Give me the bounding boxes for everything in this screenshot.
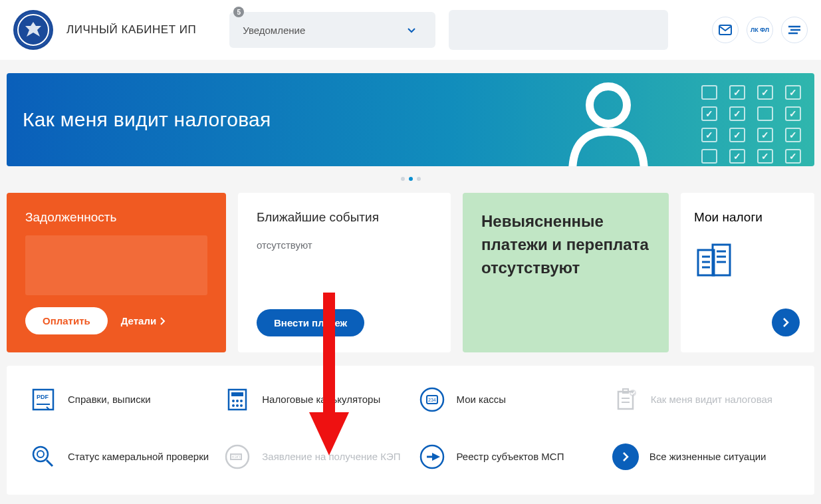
kassy-icon: 234 bbox=[418, 386, 446, 414]
eagle-icon bbox=[23, 19, 44, 41]
check-on-icon bbox=[757, 149, 773, 164]
svg-rect-17 bbox=[231, 392, 243, 396]
howtax-icon bbox=[612, 386, 640, 414]
action-label: Мои кассы bbox=[457, 393, 507, 406]
certificates-icon: PDF bbox=[29, 386, 57, 414]
events-title: Ближайшие события bbox=[257, 210, 432, 225]
check-on-icon bbox=[729, 85, 745, 100]
debt-details-link[interactable]: Детали bbox=[121, 315, 166, 326]
pay-button[interactable]: Оплатить bbox=[25, 307, 108, 334]
events-subtitle: отсутствуют bbox=[257, 239, 432, 251]
notification-badge: 5 bbox=[233, 7, 244, 17]
app-title: ЛИЧНЫЙ КАБИНЕТ ИП bbox=[66, 23, 196, 37]
debt-card: Задолженность Оплатить Детали bbox=[7, 193, 226, 352]
menu-icon bbox=[788, 25, 800, 35]
my-taxes-card: Мои налоги bbox=[681, 193, 814, 352]
lk-fl-button[interactable]: ЛК ФЛ bbox=[747, 17, 773, 43]
documents-icon bbox=[694, 242, 801, 282]
action-all[interactable]: Все жизненные ситуации bbox=[612, 443, 792, 471]
check-on-icon bbox=[729, 149, 745, 164]
svg-point-18 bbox=[232, 400, 235, 402]
banner-title: Как меня видит налоговая bbox=[23, 108, 271, 131]
action-label: Налоговые калькуляторы bbox=[262, 393, 380, 406]
person-icon bbox=[562, 80, 655, 166]
upcoming-events-card: Ближайшие события отсутствуют Внести пла… bbox=[238, 193, 451, 352]
check-on-icon bbox=[757, 128, 773, 142]
notifications-dropdown[interactable]: 5 Уведомление bbox=[229, 12, 435, 48]
actions-grid: PDFСправки, выпискиНалоговые калькулятор… bbox=[7, 366, 814, 495]
svg-point-4 bbox=[590, 86, 627, 124]
all-icon bbox=[612, 443, 639, 470]
kep-icon: КЭП bbox=[223, 443, 251, 471]
action-kep: КЭПЗаявление на получение КЭП bbox=[223, 443, 403, 471]
svg-point-21 bbox=[232, 404, 235, 407]
header-bar: ЛИЧНЫЙ КАБИНЕТ ИП 5 Уведомление ЛК ФЛ bbox=[0, 0, 821, 60]
menu-button[interactable] bbox=[781, 17, 808, 43]
chevron-down-icon bbox=[408, 24, 415, 36]
action-msp[interactable]: Реестр субъектов МСП bbox=[418, 443, 598, 471]
chevron-right-icon bbox=[781, 318, 790, 327]
check-on-icon bbox=[701, 128, 717, 142]
svg-text:234: 234 bbox=[428, 398, 436, 402]
msp-icon bbox=[418, 443, 446, 471]
action-label: Справки, выписки bbox=[68, 393, 151, 406]
svg-point-32 bbox=[33, 447, 48, 461]
taxes-title: Мои налоги bbox=[694, 210, 801, 225]
action-label: Заявление на получение КЭП bbox=[262, 450, 400, 463]
action-label: Реестр субъектов МСП bbox=[457, 450, 564, 463]
notification-label: Уведомление bbox=[243, 25, 305, 36]
svg-line-34 bbox=[47, 460, 53, 466]
make-payment-button[interactable]: Внести платеж bbox=[257, 309, 364, 336]
action-certificates[interactable]: PDFСправки, выписки bbox=[29, 386, 209, 414]
cameral-icon bbox=[29, 443, 57, 471]
svg-point-19 bbox=[236, 400, 239, 402]
check-on-icon bbox=[785, 85, 801, 100]
svg-text:КЭП: КЭП bbox=[232, 455, 240, 459]
check-on-icon bbox=[785, 106, 801, 121]
chevron-right-icon bbox=[160, 317, 166, 325]
unknown-payments-card: Невыясненные платежи и переплата отсутст… bbox=[463, 193, 669, 352]
check-on-icon bbox=[729, 106, 745, 121]
summary-cards: Задолженность Оплатить Детали Ближайшие … bbox=[7, 193, 814, 352]
check-off-icon bbox=[701, 149, 717, 164]
mail-icon bbox=[719, 25, 732, 35]
unknown-payments-text: Невыясненные платежи и переплата отсутст… bbox=[481, 210, 650, 279]
svg-rect-6 bbox=[713, 245, 730, 275]
fns-logo bbox=[13, 10, 53, 50]
debt-amount-box bbox=[25, 235, 207, 295]
svg-point-33 bbox=[37, 451, 44, 457]
debt-title: Задолженность bbox=[25, 210, 207, 225]
messages-button[interactable] bbox=[712, 17, 739, 43]
check-off-icon bbox=[757, 106, 773, 121]
action-calculators[interactable]: Налоговые калькуляторы bbox=[223, 386, 403, 414]
action-label: Все жизненные ситуации bbox=[649, 450, 766, 463]
svg-text:PDF: PDF bbox=[37, 394, 49, 400]
action-label: Как меня видит налоговая bbox=[651, 393, 772, 406]
carousel-dots bbox=[0, 172, 821, 184]
check-on-icon bbox=[785, 149, 801, 164]
svg-point-20 bbox=[240, 400, 243, 402]
svg-point-22 bbox=[236, 404, 239, 407]
action-kassy[interactable]: 234Мои кассы bbox=[418, 386, 598, 414]
check-off-icon bbox=[701, 85, 717, 100]
svg-marker-39 bbox=[432, 453, 440, 461]
svg-point-23 bbox=[240, 404, 243, 407]
header-actions: ЛК ФЛ bbox=[712, 17, 808, 43]
carousel-dot-active[interactable] bbox=[409, 177, 413, 181]
check-on-icon bbox=[701, 106, 717, 121]
action-cameral[interactable]: Статус камеральной проверки bbox=[29, 443, 209, 471]
action-label: Статус камеральной проверки bbox=[68, 450, 209, 463]
calculators-icon bbox=[223, 386, 251, 414]
user-dropdown[interactable] bbox=[449, 10, 668, 50]
check-on-icon bbox=[785, 128, 801, 142]
banner-checklist bbox=[701, 85, 801, 164]
check-on-icon bbox=[729, 128, 745, 142]
my-taxes-go-button[interactable] bbox=[772, 309, 800, 336]
action-howtax: Как меня видит налоговая bbox=[612, 386, 792, 414]
hero-banner[interactable]: Как меня видит налоговая bbox=[7, 73, 814, 166]
check-on-icon bbox=[757, 85, 773, 100]
